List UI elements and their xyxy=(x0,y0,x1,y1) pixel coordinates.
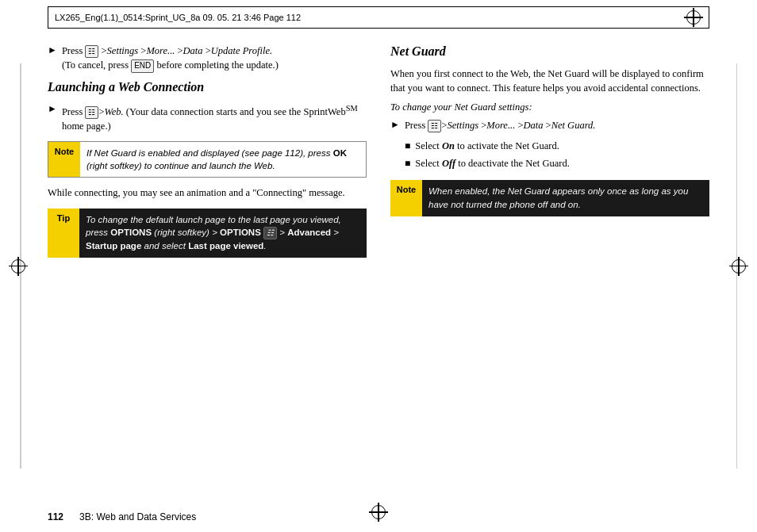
left-crosshair-icon xyxy=(10,258,27,275)
right-column: Net Guard When you first connect to the … xyxy=(390,40,709,492)
sub-bullet-on: ■ Select On to activate the Net Guard. xyxy=(405,139,709,153)
sub-bullet-on-text: Select On to activate the Net Guard. xyxy=(415,139,559,153)
left-column: ► Press ☷ >Settings >More... >Data >Upda… xyxy=(48,40,367,492)
sub-bullet-off-text: Select Off to deactivate the Net Guard. xyxy=(415,156,570,170)
bullet-arrow-icon: ► xyxy=(48,44,57,56)
tip-box: Tip To change the default launch page to… xyxy=(48,209,367,258)
bullet-arrow-icon-3: ► xyxy=(390,119,400,131)
note-box-netguard-right: Note When enabled, the Net Guard appears… xyxy=(390,180,709,216)
bullet-netguard-settings: ► Press ☷>Settings >More... >Data >Net G… xyxy=(390,118,709,132)
sub-bullet-marker-1: ■ xyxy=(405,140,410,153)
menu-icon-2: ☷ xyxy=(85,106,98,120)
right-crosshair-icon xyxy=(730,258,747,275)
connecting-paragraph: While connecting, you may see an animati… xyxy=(48,186,367,200)
tip-content: To change the default launch page to the… xyxy=(79,209,367,258)
bullet-arrow-icon-2: ► xyxy=(48,103,57,115)
note-content-right: When enabled, the Net Guard appears only… xyxy=(422,180,709,216)
bullet-web: ► Press ☷>Web. (Your data connection sta… xyxy=(48,102,367,134)
nav-path: >Settings >More... >Data >Update Profile… xyxy=(102,45,273,56)
note-box-netguard: Note If Net Guard is enabled and display… xyxy=(48,141,367,178)
menu-icon-3: ☷ xyxy=(263,227,277,240)
footer-crosshair-icon xyxy=(370,503,387,521)
page-number: 112 xyxy=(48,511,63,522)
menu-icon: ☷ xyxy=(85,45,98,59)
launching-heading: Launching a Web Connection xyxy=(48,79,367,96)
bullet-update-profile-text: Press ☷ >Settings >More... >Data >Update… xyxy=(62,44,279,73)
note-label-right: Note xyxy=(390,180,422,216)
sub-bullet-marker-2: ■ xyxy=(405,157,410,170)
two-column-layout: ► Press ☷ >Settings >More... >Data >Upda… xyxy=(48,40,709,492)
netguard-subtitle: To change your Net Guard settings: xyxy=(390,101,709,113)
netguard-intro: When you first connect to the Web, the N… xyxy=(390,67,709,95)
menu-icon-4: ☷ xyxy=(428,120,441,133)
netguard-heading: Net Guard xyxy=(390,44,709,60)
bullet-netguard-text: Press ☷>Settings >More... >Data >Net Gua… xyxy=(405,118,596,132)
end-icon: END xyxy=(131,59,154,73)
bullet-web-text: Press ☷>Web. (Your data connection start… xyxy=(62,102,367,134)
header-bar: LX265_Eng(1.1)_0514:Sprint_UG_8a 09. 05.… xyxy=(48,6,709,29)
header-crosshair-icon xyxy=(685,9,702,26)
note-label: Note xyxy=(48,142,80,177)
section-label: 3B: Web and Data Services xyxy=(79,511,196,522)
tip-label: Tip xyxy=(48,209,79,258)
header-text: LX265_Eng(1.1)_0514:Sprint_UG_8a 09. 05.… xyxy=(55,13,301,22)
cancel-note: (To cancel, press END before completing … xyxy=(62,59,279,71)
content-area: ► Press ☷ >Settings >More... >Data >Upda… xyxy=(48,40,709,492)
bullet-update-profile: ► Press ☷ >Settings >More... >Data >Upda… xyxy=(48,44,367,73)
sub-bullet-off: ■ Select Off to deactivate the Net Guard… xyxy=(405,156,709,170)
note-content: If Net Guard is enabled and displayed (s… xyxy=(80,142,366,177)
